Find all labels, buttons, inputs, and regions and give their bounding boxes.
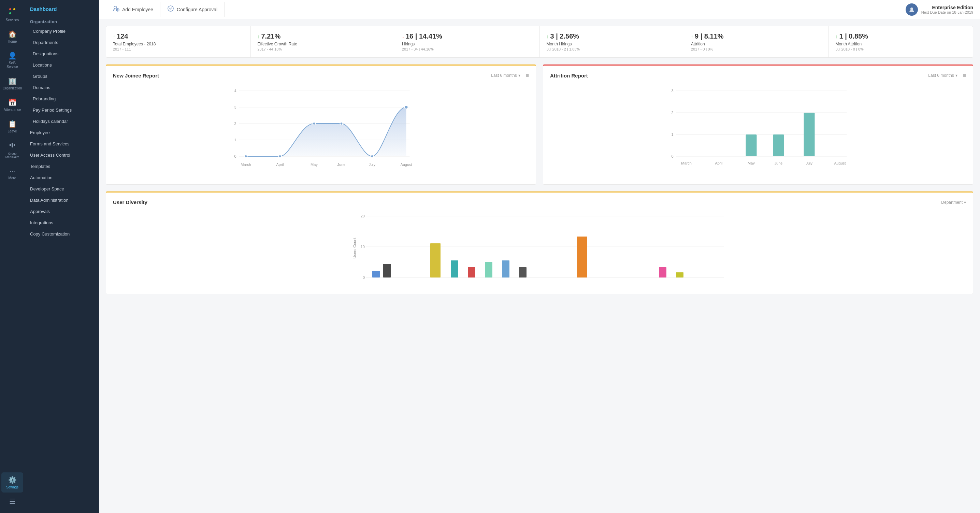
nav-item-company-profile[interactable]: Company Profile xyxy=(25,25,99,37)
stat-top-employees: ↑ 124 xyxy=(113,32,243,40)
sidebar-item-home[interactable]: 🏠 Home xyxy=(2,27,23,47)
stat-growth-rate: ↑ 7.21% Effective Growth Rate 2017 - 44.… xyxy=(251,26,396,57)
diversity-filter-chevron: ▾ xyxy=(964,200,966,205)
svg-text:August: August xyxy=(400,163,412,167)
nav-item-automation[interactable]: Automation xyxy=(25,172,99,183)
leave-label: Leave xyxy=(8,129,17,133)
svg-point-21 xyxy=(279,155,282,158)
svg-text:March: March xyxy=(240,163,251,167)
stat-top-month-hirings: ↑ 3 | 2.56% xyxy=(547,32,677,40)
stat-label-attrition: Attrition xyxy=(691,41,822,46)
stat-value-employees: 124 xyxy=(117,32,128,40)
stat-top-month-attrition: ↑ 1 | 0.85% xyxy=(836,32,966,40)
attrition-chart-filter[interactable]: Last 6 months ▾ xyxy=(928,73,957,78)
joinee-chart-filter[interactable]: Last 6 months ▾ xyxy=(491,73,520,78)
svg-point-1 xyxy=(13,8,15,10)
sidebar-item-settings[interactable]: ⚙️ Settings xyxy=(2,472,23,492)
nav-item-designations[interactable]: Designations xyxy=(25,48,99,59)
svg-text:April: April xyxy=(715,161,722,165)
sidebar-item-attendance[interactable]: 📅 Attendance xyxy=(2,95,23,115)
nav-item-data-admin[interactable]: Data Administration xyxy=(25,194,99,206)
nav-item-forms[interactable]: Forms and Services xyxy=(25,138,99,150)
sidebar-item-leave[interactable]: 📋 Leave xyxy=(2,116,23,137)
more-icon: ··· xyxy=(10,167,15,175)
nav-item-holidays[interactable]: Holidays calendar xyxy=(25,116,99,127)
nav-item-templates[interactable]: Templates xyxy=(25,161,99,172)
nav-item-departments[interactable]: Departments xyxy=(25,37,99,48)
svg-point-20 xyxy=(245,155,247,158)
svg-point-2 xyxy=(9,12,11,14)
diversity-filter[interactable]: Department ▾ xyxy=(941,200,966,205)
svg-point-25 xyxy=(405,105,408,109)
svg-text:May: May xyxy=(748,161,755,165)
stat-value-month-hirings: 3 | 2.56% xyxy=(550,32,579,40)
svg-text:3: 3 xyxy=(671,89,673,93)
sidebar-item-self-service[interactable]: 👤 Self-Service xyxy=(2,48,23,72)
nav-item-copy-customization[interactable]: Copy Customization xyxy=(25,228,99,240)
stat-sub-hirings: 2017 - 34 | 44.16% xyxy=(402,47,533,51)
sidebar-bottom: ⚙️ Settings ☰ xyxy=(0,472,25,509)
arrow-down-icon: ↓ xyxy=(402,34,404,39)
stats-row: ↑ 124 Total Employees - 2018 2017 - 111 … xyxy=(106,26,973,58)
nav-item-user-access[interactable]: User Access Control xyxy=(25,150,99,161)
stat-top-growth: ↑ 7.21% xyxy=(258,32,388,40)
svg-rect-56 xyxy=(372,271,380,277)
nav-item-pay-period[interactable]: Pay Period Settings xyxy=(25,104,99,116)
svg-point-22 xyxy=(313,122,316,125)
joinee-area-chart: 4 3 2 1 0 xyxy=(113,84,529,176)
add-employee-button[interactable]: Add Employee xyxy=(106,2,161,17)
joinee-filter-label: Last 6 months xyxy=(491,73,517,78)
settings-icon: ⚙️ xyxy=(8,476,17,484)
svg-rect-66 xyxy=(676,272,684,277)
arrow-up-icon: ↑ xyxy=(113,34,115,39)
sidebar-item-services[interactable]: Services xyxy=(2,4,23,25)
hamburger-menu[interactable]: ☰ xyxy=(2,494,23,509)
nav-item-groups[interactable]: Groups xyxy=(25,71,99,82)
sidebar-item-group-mediclaim[interactable]: GroupMediclaim xyxy=(2,138,23,162)
attendance-label: Attendance xyxy=(4,108,21,112)
svg-rect-58 xyxy=(430,243,441,277)
svg-text:June: June xyxy=(775,161,783,165)
joinee-menu-icon[interactable]: ≡ xyxy=(526,72,529,78)
diversity-title: User Diversity xyxy=(113,199,147,205)
svg-rect-59 xyxy=(451,260,458,277)
svg-point-6 xyxy=(114,6,117,9)
stat-sub-growth: 2017 - 44.16% xyxy=(258,47,388,51)
nav-item-employee[interactable]: Employee xyxy=(25,127,99,138)
nav-item-approvals[interactable]: Approvals xyxy=(25,206,99,217)
nav-item-locations[interactable]: Locations xyxy=(25,59,99,71)
stat-value-hirings: 16 | 14.41% xyxy=(406,32,442,40)
attendance-icon: 📅 xyxy=(8,98,17,107)
svg-rect-64 xyxy=(577,237,587,277)
more-label: More xyxy=(8,176,16,180)
enterprise-text: Enterprise Edition Next Due Date on 18-J… xyxy=(921,5,973,14)
enterprise-badge: Enterprise Edition Next Due Date on 18-J… xyxy=(905,3,973,16)
attrition-chart: Attrition Report Last 6 months ▾ ≡ xyxy=(543,65,973,185)
svg-rect-5 xyxy=(14,144,15,146)
settings-label: Settings xyxy=(6,485,18,489)
svg-text:May: May xyxy=(310,163,318,167)
joinee-chart-title: New Joinee Report xyxy=(113,73,159,78)
configure-approval-button[interactable]: Configure Approval xyxy=(161,2,224,17)
nav-item-rebranding[interactable]: Rebranding xyxy=(25,93,99,104)
attrition-filter-label: Last 6 months xyxy=(928,73,954,78)
home-icon: 🏠 xyxy=(8,30,17,38)
diversity-bar-chart: 20 10 0 Users Count xyxy=(113,210,966,286)
nav-dashboard[interactable]: Dashboard xyxy=(25,0,99,16)
stat-label-hirings: Hirings xyxy=(402,41,533,46)
joinee-filter-chevron: ▾ xyxy=(518,73,520,78)
chart-header-attrition: Attrition Report Last 6 months ▾ ≡ xyxy=(550,72,966,78)
nav-item-integrations[interactable]: Integrations xyxy=(25,217,99,228)
group-mediclaim-icon xyxy=(8,141,16,151)
arrow-up-icon-2: ↑ xyxy=(258,34,260,39)
svg-rect-42 xyxy=(804,113,815,156)
nav-item-developer[interactable]: Developer Space xyxy=(25,183,99,194)
attrition-menu-icon[interactable]: ≡ xyxy=(963,72,966,78)
sidebar-item-more[interactable]: ··· More xyxy=(2,164,23,183)
nav-item-domains[interactable]: Domains xyxy=(25,82,99,93)
sidebar-item-organization[interactable]: 🏢 Organization xyxy=(2,73,23,94)
toolbar-right: Enterprise Edition Next Due Date on 18-J… xyxy=(905,3,973,16)
svg-point-24 xyxy=(371,155,374,158)
home-label: Home xyxy=(8,40,17,43)
arrow-up-icon-3: ↑ xyxy=(547,34,549,39)
